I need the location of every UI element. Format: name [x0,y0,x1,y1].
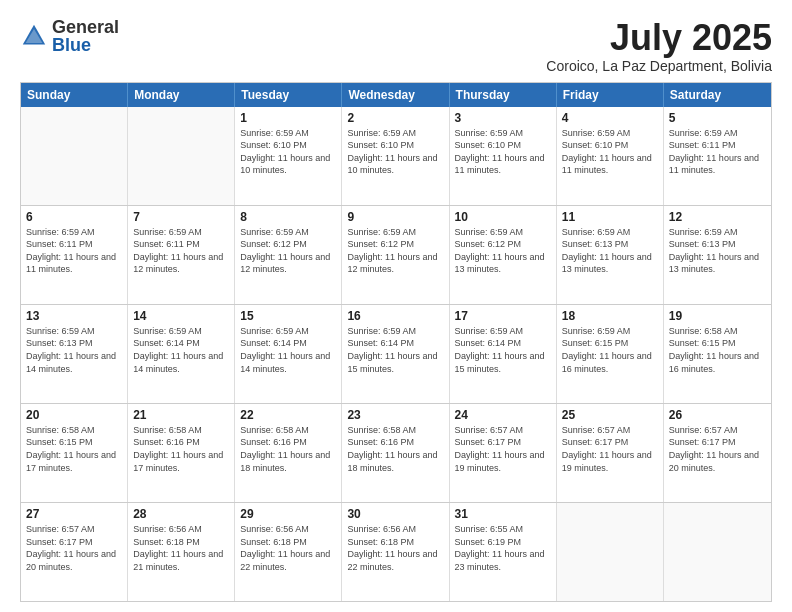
day-info: Sunrise: 6:57 AMSunset: 6:17 PMDaylight:… [455,424,551,474]
title-block: July 2025 Coroico, La Paz Department, Bo… [546,18,772,74]
day-number: 8 [240,210,336,224]
calendar-cell: 4Sunrise: 6:59 AMSunset: 6:10 PMDaylight… [557,107,664,205]
logo-general: General [52,18,119,36]
calendar-row: 6Sunrise: 6:59 AMSunset: 6:11 PMDaylight… [21,205,771,304]
day-info: Sunrise: 6:59 AMSunset: 6:14 PMDaylight:… [133,325,229,375]
calendar-cell: 14Sunrise: 6:59 AMSunset: 6:14 PMDayligh… [128,305,235,403]
day-info: Sunrise: 6:59 AMSunset: 6:11 PMDaylight:… [26,226,122,276]
day-info: Sunrise: 6:59 AMSunset: 6:14 PMDaylight:… [455,325,551,375]
day-info: Sunrise: 6:59 AMSunset: 6:11 PMDaylight:… [133,226,229,276]
day-info: Sunrise: 6:59 AMSunset: 6:13 PMDaylight:… [669,226,766,276]
header-day-friday: Friday [557,83,664,107]
day-number: 15 [240,309,336,323]
calendar-cell: 17Sunrise: 6:59 AMSunset: 6:14 PMDayligh… [450,305,557,403]
day-number: 14 [133,309,229,323]
logo: General Blue [20,18,119,54]
day-number: 26 [669,408,766,422]
day-info: Sunrise: 6:57 AMSunset: 6:17 PMDaylight:… [669,424,766,474]
calendar-cell: 27Sunrise: 6:57 AMSunset: 6:17 PMDayligh… [21,503,128,601]
calendar-cell: 3Sunrise: 6:59 AMSunset: 6:10 PMDaylight… [450,107,557,205]
calendar-cell: 28Sunrise: 6:56 AMSunset: 6:18 PMDayligh… [128,503,235,601]
day-number: 28 [133,507,229,521]
header-day-saturday: Saturday [664,83,771,107]
day-info: Sunrise: 6:59 AMSunset: 6:15 PMDaylight:… [562,325,658,375]
day-number: 22 [240,408,336,422]
calendar-body: 1Sunrise: 6:59 AMSunset: 6:10 PMDaylight… [21,107,771,601]
day-number: 30 [347,507,443,521]
calendar-cell: 26Sunrise: 6:57 AMSunset: 6:17 PMDayligh… [664,404,771,502]
calendar-cell: 7Sunrise: 6:59 AMSunset: 6:11 PMDaylight… [128,206,235,304]
day-info: Sunrise: 6:59 AMSunset: 6:12 PMDaylight:… [347,226,443,276]
day-info: Sunrise: 6:59 AMSunset: 6:10 PMDaylight:… [562,127,658,177]
day-info: Sunrise: 6:56 AMSunset: 6:18 PMDaylight:… [133,523,229,573]
calendar-cell: 2Sunrise: 6:59 AMSunset: 6:10 PMDaylight… [342,107,449,205]
month-title: July 2025 [546,18,772,58]
day-number: 16 [347,309,443,323]
header-day-thursday: Thursday [450,83,557,107]
calendar-cell: 23Sunrise: 6:58 AMSunset: 6:16 PMDayligh… [342,404,449,502]
calendar-cell [21,107,128,205]
day-number: 6 [26,210,122,224]
location: Coroico, La Paz Department, Bolivia [546,58,772,74]
header-day-sunday: Sunday [21,83,128,107]
day-info: Sunrise: 6:58 AMSunset: 6:16 PMDaylight:… [133,424,229,474]
day-number: 1 [240,111,336,125]
day-number: 23 [347,408,443,422]
day-number: 10 [455,210,551,224]
calendar-cell: 31Sunrise: 6:55 AMSunset: 6:19 PMDayligh… [450,503,557,601]
day-number: 11 [562,210,658,224]
day-info: Sunrise: 6:59 AMSunset: 6:13 PMDaylight:… [26,325,122,375]
day-number: 19 [669,309,766,323]
calendar: SundayMondayTuesdayWednesdayThursdayFrid… [20,82,772,602]
calendar-cell [557,503,664,601]
calendar-cell: 1Sunrise: 6:59 AMSunset: 6:10 PMDaylight… [235,107,342,205]
calendar-row: 1Sunrise: 6:59 AMSunset: 6:10 PMDaylight… [21,107,771,205]
calendar-cell: 18Sunrise: 6:59 AMSunset: 6:15 PMDayligh… [557,305,664,403]
day-number: 13 [26,309,122,323]
day-number: 9 [347,210,443,224]
day-info: Sunrise: 6:59 AMSunset: 6:10 PMDaylight:… [347,127,443,177]
day-info: Sunrise: 6:58 AMSunset: 6:15 PMDaylight:… [669,325,766,375]
logo-blue: Blue [52,36,119,54]
calendar-header: SundayMondayTuesdayWednesdayThursdayFrid… [21,83,771,107]
day-number: 20 [26,408,122,422]
calendar-cell: 6Sunrise: 6:59 AMSunset: 6:11 PMDaylight… [21,206,128,304]
day-number: 3 [455,111,551,125]
day-number: 29 [240,507,336,521]
day-info: Sunrise: 6:55 AMSunset: 6:19 PMDaylight:… [455,523,551,573]
calendar-cell: 13Sunrise: 6:59 AMSunset: 6:13 PMDayligh… [21,305,128,403]
logo-text: General Blue [52,18,119,54]
calendar-row: 13Sunrise: 6:59 AMSunset: 6:13 PMDayligh… [21,304,771,403]
day-number: 25 [562,408,658,422]
day-info: Sunrise: 6:59 AMSunset: 6:11 PMDaylight:… [669,127,766,177]
day-number: 4 [562,111,658,125]
calendar-cell: 9Sunrise: 6:59 AMSunset: 6:12 PMDaylight… [342,206,449,304]
calendar-cell: 15Sunrise: 6:59 AMSunset: 6:14 PMDayligh… [235,305,342,403]
day-info: Sunrise: 6:59 AMSunset: 6:10 PMDaylight:… [240,127,336,177]
day-number: 5 [669,111,766,125]
calendar-row: 27Sunrise: 6:57 AMSunset: 6:17 PMDayligh… [21,502,771,601]
day-info: Sunrise: 6:58 AMSunset: 6:16 PMDaylight:… [240,424,336,474]
day-number: 18 [562,309,658,323]
header: General Blue July 2025 Coroico, La Paz D… [20,18,772,74]
day-info: Sunrise: 6:59 AMSunset: 6:12 PMDaylight:… [240,226,336,276]
calendar-cell: 20Sunrise: 6:58 AMSunset: 6:15 PMDayligh… [21,404,128,502]
calendar-cell: 29Sunrise: 6:56 AMSunset: 6:18 PMDayligh… [235,503,342,601]
day-number: 17 [455,309,551,323]
calendar-cell: 11Sunrise: 6:59 AMSunset: 6:13 PMDayligh… [557,206,664,304]
day-info: Sunrise: 6:59 AMSunset: 6:14 PMDaylight:… [240,325,336,375]
page: General Blue July 2025 Coroico, La Paz D… [0,0,792,612]
logo-icon [20,22,48,50]
day-number: 24 [455,408,551,422]
calendar-cell [128,107,235,205]
calendar-cell: 16Sunrise: 6:59 AMSunset: 6:14 PMDayligh… [342,305,449,403]
calendar-cell: 10Sunrise: 6:59 AMSunset: 6:12 PMDayligh… [450,206,557,304]
day-number: 2 [347,111,443,125]
calendar-cell: 22Sunrise: 6:58 AMSunset: 6:16 PMDayligh… [235,404,342,502]
calendar-cell [664,503,771,601]
calendar-row: 20Sunrise: 6:58 AMSunset: 6:15 PMDayligh… [21,403,771,502]
day-info: Sunrise: 6:58 AMSunset: 6:16 PMDaylight:… [347,424,443,474]
calendar-cell: 30Sunrise: 6:56 AMSunset: 6:18 PMDayligh… [342,503,449,601]
day-info: Sunrise: 6:57 AMSunset: 6:17 PMDaylight:… [26,523,122,573]
day-info: Sunrise: 6:59 AMSunset: 6:10 PMDaylight:… [455,127,551,177]
